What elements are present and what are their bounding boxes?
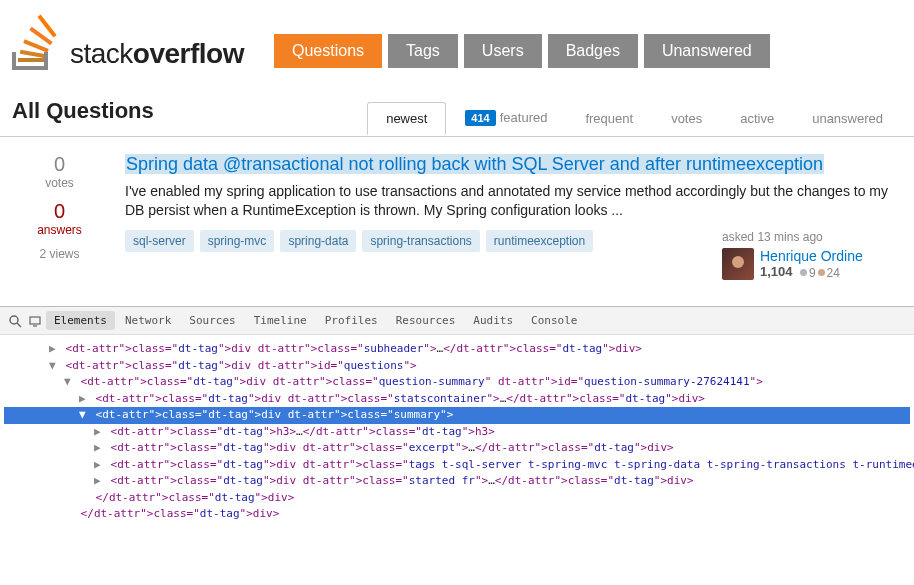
devtools-tab-console[interactable]: Console bbox=[523, 311, 585, 330]
vote-label: votes bbox=[12, 176, 107, 190]
vote-count: 0 bbox=[12, 153, 107, 176]
devtools-tab-elements[interactable]: Elements bbox=[46, 311, 115, 330]
dom-tree-node[interactable]: ▶ <dt-attr">class="dt-tag">div dt-attr">… bbox=[4, 391, 910, 408]
dom-tree-node[interactable]: ▶ <dt-attr">class="dt-tag">h3>…</dt-attr… bbox=[4, 424, 910, 441]
question-excerpt: I've enabled my spring application to us… bbox=[125, 182, 902, 220]
inspect-icon[interactable] bbox=[6, 312, 24, 330]
dom-tree-node[interactable]: ▼ <dt-attr">class="dt-tag">div dt-attr">… bbox=[4, 374, 910, 391]
site-logo[interactable]: stackoverflow bbox=[12, 10, 244, 70]
question-title-link[interactable]: Spring data @transactional not rolling b… bbox=[125, 154, 824, 174]
user-reputation: 1,104 bbox=[760, 264, 793, 279]
nav-questions[interactable]: Questions bbox=[274, 34, 382, 68]
devtools-panel: Elements Network Sources Timeline Profil… bbox=[0, 306, 914, 529]
view-count: 2 views bbox=[12, 247, 107, 261]
svg-point-0 bbox=[10, 316, 18, 324]
asked-info: asked 13 mins ago Henrique Ordine 1,104 … bbox=[722, 230, 902, 280]
featured-count-badge: 414 bbox=[465, 110, 495, 126]
bronze-badge-count: 24 bbox=[827, 266, 840, 280]
tab-frequent[interactable]: frequent bbox=[566, 102, 652, 135]
svg-rect-2 bbox=[30, 317, 40, 324]
devtools-tab-timeline[interactable]: Timeline bbox=[246, 311, 315, 330]
dom-tree-node[interactable]: ▶ <dt-attr">class="dt-tag">div dt-attr">… bbox=[4, 457, 910, 474]
avatar[interactable] bbox=[722, 248, 754, 280]
nav-unanswered[interactable]: Unanswered bbox=[644, 34, 770, 68]
devtools-tab-profiles[interactable]: Profiles bbox=[317, 311, 386, 330]
silver-badge-icon bbox=[800, 269, 807, 276]
devtools-tab-audits[interactable]: Audits bbox=[465, 311, 521, 330]
tag-spring-mvc[interactable]: spring-mvc bbox=[200, 230, 275, 252]
devtools-tab-sources[interactable]: Sources bbox=[181, 311, 243, 330]
answer-label: answers bbox=[12, 223, 107, 237]
tab-newest[interactable]: newest bbox=[367, 102, 446, 135]
tag-runtimeexception[interactable]: runtimeexception bbox=[486, 230, 593, 252]
question-tags: sql-server spring-mvc spring-data spring… bbox=[125, 230, 593, 252]
nav-badges[interactable]: Badges bbox=[548, 34, 638, 68]
devtools-dom-tree[interactable]: ▶ <dt-attr">class="dt-tag">div dt-attr">… bbox=[0, 335, 914, 529]
logo-icon bbox=[12, 10, 62, 70]
nav-users[interactable]: Users bbox=[464, 34, 542, 68]
nav-tags[interactable]: Tags bbox=[388, 34, 458, 68]
devtools-tab-network[interactable]: Network bbox=[117, 311, 179, 330]
dom-tree-node[interactable]: ▼ <dt-attr">class="dt-tag">div dt-attr">… bbox=[4, 407, 910, 424]
question-tabs: newest 414featured frequent votes active… bbox=[367, 101, 902, 135]
bronze-badge-icon bbox=[818, 269, 825, 276]
asked-time: 13 mins ago bbox=[757, 230, 822, 244]
page-title: All Questions bbox=[12, 98, 154, 124]
dom-tree-node[interactable]: ▶ <dt-attr">class="dt-tag">div dt-attr">… bbox=[4, 341, 910, 358]
main-nav: Questions Tags Users Badges Unanswered bbox=[274, 34, 770, 68]
dom-tree-node[interactable]: ▶ <dt-attr">class="dt-tag">div dt-attr">… bbox=[4, 440, 910, 457]
answer-count: 0 bbox=[12, 200, 107, 223]
user-link[interactable]: Henrique Ordine bbox=[760, 248, 863, 264]
tab-active[interactable]: active bbox=[721, 102, 793, 135]
dom-tree-node[interactable]: </dt-attr">class="dt-tag">div> bbox=[4, 506, 910, 523]
dom-tree-node[interactable]: ▼ <dt-attr">class="dt-tag">div dt-attr">… bbox=[4, 358, 910, 375]
devtools-tab-resources[interactable]: Resources bbox=[388, 311, 464, 330]
tab-featured[interactable]: 414featured bbox=[446, 101, 566, 135]
tag-spring-transactions[interactable]: spring-transactions bbox=[362, 230, 479, 252]
tab-votes[interactable]: votes bbox=[652, 102, 721, 135]
tab-unanswered[interactable]: unanswered bbox=[793, 102, 902, 135]
tag-spring-data[interactable]: spring-data bbox=[280, 230, 356, 252]
dom-tree-node[interactable]: ▶ <dt-attr">class="dt-tag">div dt-attr">… bbox=[4, 473, 910, 490]
logo-text: stackoverflow bbox=[70, 38, 244, 70]
dom-tree-node[interactable]: </dt-attr">class="dt-tag">div> bbox=[4, 490, 910, 507]
stats-container: 0 votes 0 answers 2 views bbox=[12, 153, 107, 280]
svg-line-1 bbox=[17, 323, 21, 327]
silver-badge-count: 9 bbox=[809, 266, 816, 280]
device-icon[interactable] bbox=[26, 312, 44, 330]
tag-sql-server[interactable]: sql-server bbox=[125, 230, 194, 252]
question-summary: 0 votes 0 answers 2 views Spring data @t… bbox=[0, 145, 914, 288]
